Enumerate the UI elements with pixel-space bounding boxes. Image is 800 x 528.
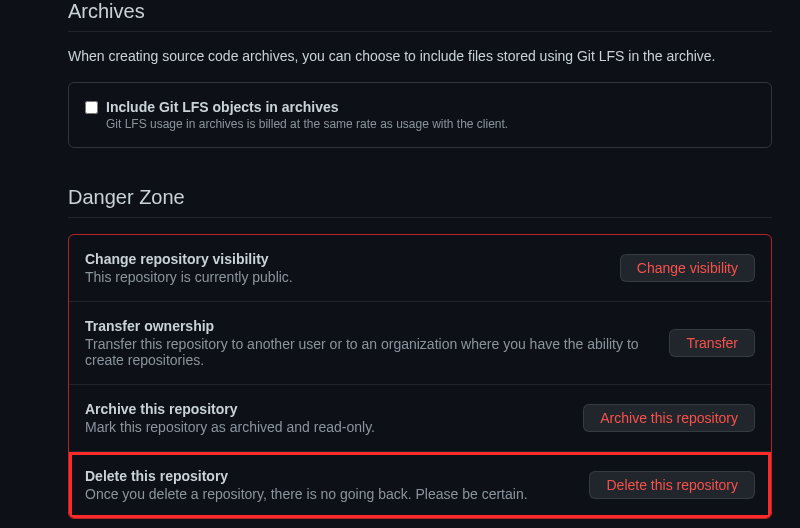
delete-repository-title: Delete this repository (85, 468, 573, 484)
change-visibility-title: Change repository visibility (85, 251, 604, 267)
change-visibility-button[interactable]: Change visibility (620, 254, 755, 282)
lfs-settings-box: Include Git LFS objects in archives Git … (68, 82, 772, 148)
archives-header: Archives (68, 0, 772, 32)
transfer-button[interactable]: Transfer (669, 329, 755, 357)
transfer-ownership-desc: Transfer this repository to another user… (85, 336, 653, 368)
lfs-checkbox-row: Include Git LFS objects in archives (85, 99, 755, 115)
delete-repository-text: Delete this repository Once you delete a… (85, 468, 573, 502)
danger-zone-box: Change repository visibility This reposi… (68, 234, 772, 519)
lfs-billing-note: Git LFS usage in archives is billed at t… (106, 117, 755, 131)
archive-repository-button[interactable]: Archive this repository (583, 404, 755, 432)
archive-repository-text: Archive this repository Mark this reposi… (85, 401, 567, 435)
archives-description: When creating source code archives, you … (68, 48, 772, 64)
include-lfs-label[interactable]: Include Git LFS objects in archives (106, 99, 339, 115)
archive-repository-desc: Mark this repository as archived and rea… (85, 419, 567, 435)
transfer-ownership-title: Transfer ownership (85, 318, 653, 334)
change-visibility-text: Change repository visibility This reposi… (85, 251, 604, 285)
transfer-ownership-text: Transfer ownership Transfer this reposit… (85, 318, 653, 368)
archive-repository-row: Archive this repository Mark this reposi… (69, 385, 771, 452)
include-lfs-checkbox[interactable] (85, 101, 98, 114)
danger-zone-header: Danger Zone (68, 186, 772, 218)
delete-repository-button[interactable]: Delete this repository (589, 471, 755, 499)
delete-repository-desc: Once you delete a repository, there is n… (85, 486, 573, 502)
transfer-ownership-row: Transfer ownership Transfer this reposit… (69, 302, 771, 385)
change-visibility-row: Change repository visibility This reposi… (69, 235, 771, 302)
change-visibility-desc: This repository is currently public. (85, 269, 604, 285)
archive-repository-title: Archive this repository (85, 401, 567, 417)
delete-repository-row: Delete this repository Once you delete a… (69, 452, 771, 518)
